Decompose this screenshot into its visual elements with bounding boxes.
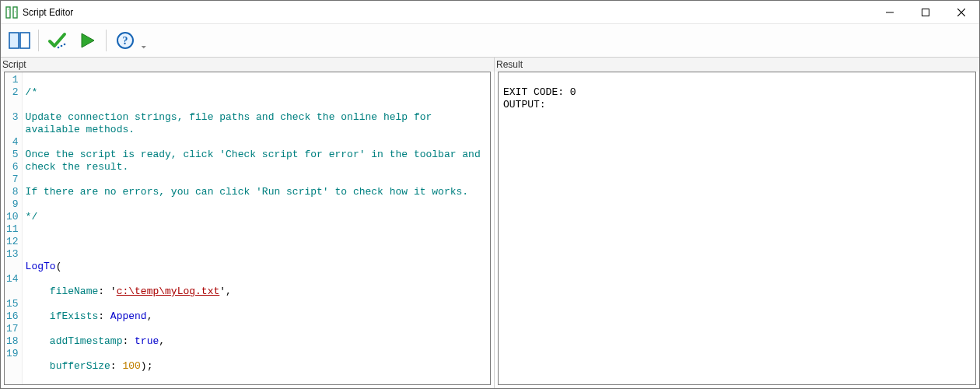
run-script-button[interactable] (73, 28, 101, 53)
close-button[interactable] (943, 1, 979, 23)
help-button[interactable]: ? (111, 28, 139, 53)
svg-rect-5 (922, 9, 929, 16)
maximize-button[interactable] (908, 1, 943, 23)
script-pane: Script 1 2 3 4 5 6 7 8 9 10 (1, 58, 495, 388)
svg-point-12 (64, 44, 66, 46)
check-script-button[interactable] (44, 28, 72, 53)
window-controls (872, 1, 979, 23)
result-exit-code: EXIT CODE: 0 (503, 86, 576, 98)
app-window: Script Editor (0, 0, 980, 389)
svg-rect-0 (6, 7, 10, 18)
svg-rect-9 (20, 33, 30, 48)
minimize-button[interactable] (872, 1, 908, 23)
script-pane-label: Script (1, 58, 494, 72)
svg-rect-1 (13, 7, 17, 18)
line-number-gutter: 1 2 3 4 5 6 7 8 9 10 11 12 13 (5, 72, 23, 385)
app-icon (5, 6, 18, 19)
toolbar: ? ⏷ (1, 24, 979, 57)
svg-point-11 (58, 47, 60, 49)
result-pane: Result EXIT CODE: 0 OUTPUT: (495, 58, 979, 388)
svg-rect-8 (9, 33, 19, 48)
titlebar: Script Editor (1, 1, 979, 24)
toolbar-separator (38, 30, 39, 51)
result-output-label: OUTPUT: (503, 99, 546, 110)
toolbar-separator (106, 30, 107, 51)
toolbar-overflow-button[interactable]: ⏷ (141, 34, 147, 47)
window-title: Script Editor (23, 7, 73, 18)
svg-point-10 (61, 45, 63, 47)
result-output[interactable]: EXIT CODE: 0 OUTPUT: (498, 72, 976, 385)
toggle-panels-button[interactable] (5, 28, 33, 53)
result-pane-label: Result (495, 58, 979, 72)
svg-text:?: ? (123, 35, 128, 47)
code-area[interactable]: /* Update connection strings, file paths… (23, 72, 490, 385)
script-editor[interactable]: 1 2 3 4 5 6 7 8 9 10 11 12 13 (4, 72, 491, 385)
svg-marker-13 (82, 33, 94, 47)
split-panes: Script 1 2 3 4 5 6 7 8 9 10 (1, 57, 979, 388)
